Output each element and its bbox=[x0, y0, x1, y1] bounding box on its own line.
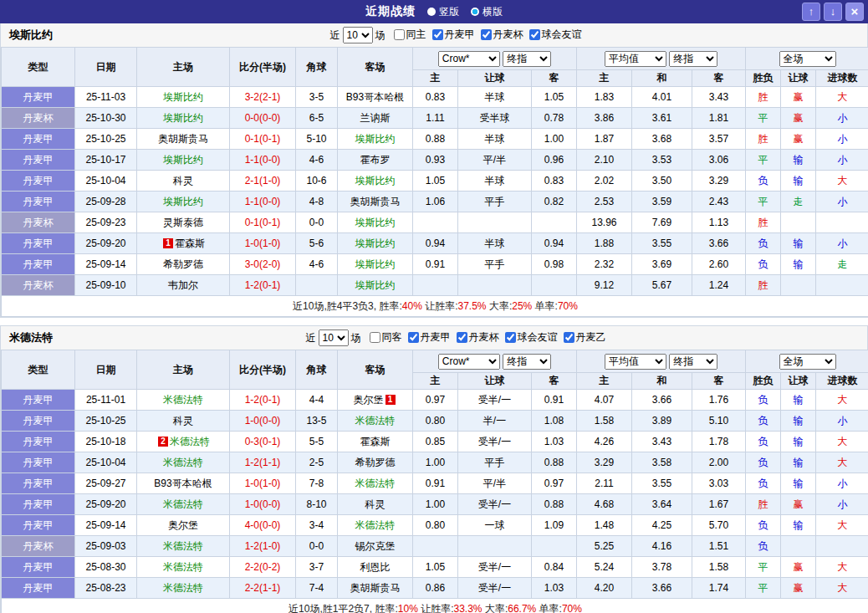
team-link[interactable]: B93哥本哈根 bbox=[346, 91, 404, 103]
layout-radio[interactable]: 竖版 bbox=[427, 5, 459, 19]
avg-away-odds-cell: 3.57 bbox=[692, 129, 746, 150]
team-link[interactable]: 埃斯比约 bbox=[355, 258, 396, 270]
team-link[interactable]: B93哥本哈根 bbox=[154, 478, 212, 489]
team-link[interactable]: 霍森斯 bbox=[175, 238, 205, 249]
team-link[interactable]: 埃斯比约 bbox=[355, 279, 396, 291]
away-team-cell: 奥胡斯贵马 bbox=[338, 578, 413, 599]
away-team-cell: 霍森斯 bbox=[338, 432, 413, 452]
team-link[interactable]: 米德法特 bbox=[163, 457, 203, 468]
team-link[interactable]: 米德法特 bbox=[355, 415, 396, 427]
away-team-cell: 埃斯比约 bbox=[338, 171, 413, 192]
score-cell: 1-1(0-0) bbox=[230, 192, 296, 212]
team-link[interactable]: 埃斯比约 bbox=[355, 238, 396, 249]
scope-select[interactable]: 全场 bbox=[779, 354, 836, 370]
match-count-select[interactable]: 10 bbox=[319, 329, 349, 346]
average-time-select[interactable]: 终指 bbox=[669, 354, 717, 370]
corner-cell: 5-5 bbox=[296, 432, 338, 452]
average-select[interactable]: 平均值 bbox=[605, 51, 666, 67]
bookmaker-select[interactable]: Crow* bbox=[438, 354, 500, 370]
team-link[interactable]: 米德法特 bbox=[163, 394, 203, 406]
team-link[interactable]: 埃斯比约 bbox=[163, 196, 203, 207]
filter-checkbox[interactable]: 球会友谊 bbox=[505, 330, 558, 345]
team-link[interactable]: 埃斯比约 bbox=[355, 175, 396, 186]
team-link[interactable]: 米德法特 bbox=[163, 561, 203, 573]
filter-checkbox-label: 丹麦甲 bbox=[445, 28, 475, 42]
summary-segment: 33.3% bbox=[454, 603, 483, 613]
average-select[interactable]: 平均值 bbox=[605, 354, 666, 370]
summary-segment: 25% bbox=[512, 300, 532, 312]
team-link[interactable]: 科灵 bbox=[173, 175, 193, 186]
filter-checkbox-input[interactable] bbox=[457, 332, 467, 343]
summary-segment: 40% bbox=[402, 300, 422, 312]
away-team-cell: 埃斯比约 bbox=[338, 275, 413, 296]
filter-checkbox-input[interactable] bbox=[394, 29, 405, 40]
team-link[interactable]: 锡尔克堡 bbox=[355, 540, 396, 552]
layout-radio[interactable]: 横版 bbox=[471, 5, 503, 19]
match-count-select[interactable]: 10 bbox=[343, 27, 373, 43]
team-link[interactable]: 米德法特 bbox=[355, 478, 396, 489]
team-link[interactable]: 科灵 bbox=[173, 415, 193, 427]
team-link[interactable]: 米德法特 bbox=[163, 498, 203, 510]
team-link[interactable]: 利恩比 bbox=[360, 561, 391, 573]
avg-away-odds-cell: 1.58 bbox=[692, 557, 746, 578]
filter-checkbox[interactable]: 同客 bbox=[370, 330, 402, 345]
handicap-time-select[interactable]: 终指 bbox=[503, 51, 551, 67]
team-link[interactable]: 奥尔堡 bbox=[168, 519, 198, 531]
team-link[interactable]: 灵斯泰德 bbox=[163, 217, 203, 228]
team-link[interactable]: 希勒罗德 bbox=[163, 258, 203, 270]
team-link[interactable]: 奥胡斯贵马 bbox=[350, 582, 401, 594]
team-link[interactable]: 埃斯比约 bbox=[163, 154, 203, 166]
filter-checkbox-input[interactable] bbox=[408, 332, 419, 343]
filter-checkbox-group: 同主丹麦甲丹麦杯球会友谊 bbox=[388, 28, 582, 43]
avg-home-odds-cell: 3.86 bbox=[577, 108, 632, 129]
handicap-line-cell: 平手 bbox=[458, 254, 532, 275]
filter-checkbox[interactable]: 丹麦杯 bbox=[481, 28, 523, 42]
team-link[interactable]: 希勒罗德 bbox=[355, 457, 396, 468]
filter-checkbox[interactable]: 丹麦杯 bbox=[457, 330, 499, 345]
average-time-select[interactable]: 终指 bbox=[669, 51, 717, 67]
filter-checkbox-input[interactable] bbox=[432, 29, 443, 40]
close-button[interactable]: × bbox=[845, 3, 864, 21]
team-link[interactable]: 奥胡斯贵马 bbox=[158, 133, 208, 145]
team-link[interactable]: 霍布罗 bbox=[360, 154, 391, 166]
match-date-cell: 25-09-03 bbox=[75, 536, 137, 557]
scroll-down-button[interactable]: ↓ bbox=[824, 3, 842, 21]
filter-checkbox-input[interactable] bbox=[529, 29, 540, 40]
scope-select[interactable]: 全场 bbox=[779, 51, 836, 67]
corner-cell bbox=[296, 275, 338, 296]
team-link[interactable]: 霍森斯 bbox=[360, 436, 391, 447]
team-link[interactable]: 韦加尔 bbox=[168, 279, 198, 291]
filter-checkbox[interactable]: 同主 bbox=[394, 28, 426, 42]
filter-checkbox-input[interactable] bbox=[370, 332, 380, 343]
filter-checkbox[interactable]: 丹麦甲 bbox=[408, 330, 451, 345]
win-lose-result-cell: 平 bbox=[746, 150, 781, 171]
filter-checkbox-input[interactable] bbox=[564, 332, 574, 343]
league-type-cell: 丹麦甲 bbox=[2, 192, 75, 212]
handicap-time-select[interactable]: 终指 bbox=[503, 354, 551, 370]
avg-away-odds-cell: 2.60 bbox=[692, 254, 746, 275]
team-link[interactable]: 米德法特 bbox=[163, 540, 203, 552]
team-link[interactable]: 米德法特 bbox=[163, 582, 203, 594]
match-row: 丹麦杯25-09-10韦加尔1-2(0-1)埃斯比约9.125.671.24胜 bbox=[2, 275, 868, 296]
layout-radio-group: 竖版横版 bbox=[427, 5, 503, 19]
team-link[interactable]: 奥胡斯贵马 bbox=[350, 196, 401, 207]
bookmaker-select[interactable]: Crow* bbox=[438, 51, 500, 67]
team-link[interactable]: 埃斯比约 bbox=[355, 217, 396, 228]
team-link[interactable]: 埃斯比约 bbox=[163, 91, 203, 103]
team-link[interactable]: 米德法特 bbox=[170, 436, 210, 447]
league-type-cell: 丹麦甲 bbox=[2, 233, 75, 254]
team-link[interactable]: 科灵 bbox=[365, 498, 385, 510]
filter-checkbox-input[interactable] bbox=[481, 29, 492, 40]
filter-checkbox[interactable]: 球会友谊 bbox=[529, 28, 582, 42]
filter-checkbox-input[interactable] bbox=[505, 332, 516, 343]
match-row: 丹麦杯25-09-03米德法特1-2(1-0)0-0锡尔克堡5.254.161.… bbox=[2, 536, 868, 557]
team-link[interactable]: 埃斯比约 bbox=[355, 133, 396, 145]
filter-checkbox[interactable]: 丹麦乙 bbox=[564, 330, 606, 345]
team-link[interactable]: 兰讷斯 bbox=[360, 112, 391, 124]
filter-checkbox[interactable]: 丹麦甲 bbox=[432, 28, 475, 42]
team-link[interactable]: 米德法特 bbox=[355, 519, 396, 531]
scroll-up-button[interactable]: ↑ bbox=[802, 3, 820, 21]
away-team-cell: 奥尔堡1 bbox=[338, 390, 413, 411]
team-link[interactable]: 奥尔堡 bbox=[354, 394, 384, 406]
team-link[interactable]: 埃斯比约 bbox=[163, 112, 203, 124]
